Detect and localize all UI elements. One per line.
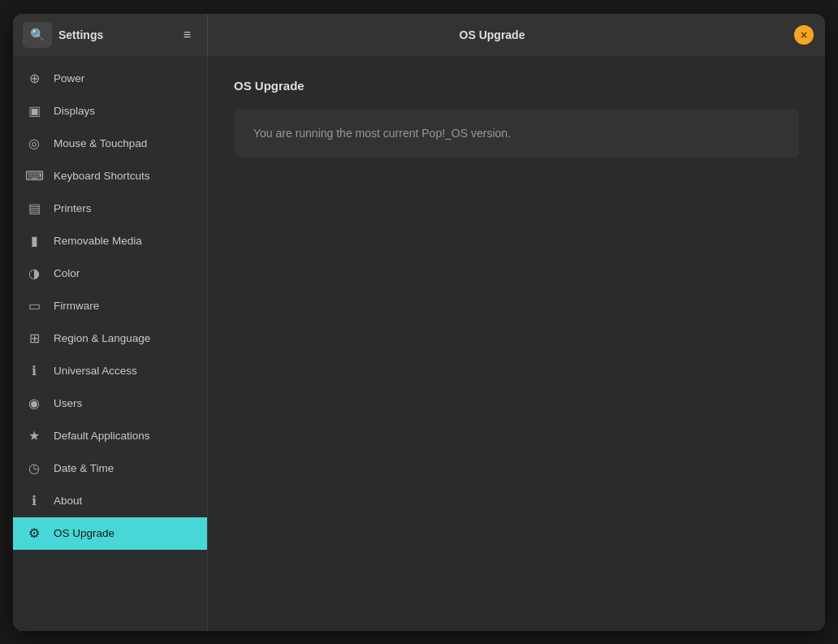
sidebar-title: Settings bbox=[58, 28, 171, 41]
sidebar-item-region-language[interactable]: ⊞Region & Language bbox=[13, 322, 207, 355]
sidebar-item-date-time[interactable]: ◷Date & Time bbox=[13, 452, 207, 485]
settings-window: 🔍 Settings ≡ OS Upgrade × ⊕Power▣Display… bbox=[13, 14, 825, 631]
sidebar-item-label-color: Color bbox=[54, 267, 80, 279]
sidebar-item-label-default-applications: Default Applications bbox=[54, 430, 150, 442]
about-icon: ℹ bbox=[26, 493, 42, 509]
sidebar: ⊕Power▣Displays◎Mouse & Touchpad⌨Keyboar… bbox=[13, 56, 208, 631]
sidebar-item-keyboard-shortcuts[interactable]: ⌨Keyboard Shortcuts bbox=[13, 160, 207, 192]
search-icon: 🔍 bbox=[30, 28, 45, 42]
power-icon: ⊕ bbox=[26, 71, 42, 87]
printers-icon: ▤ bbox=[26, 201, 42, 217]
sidebar-item-label-keyboard-shortcuts: Keyboard Shortcuts bbox=[54, 170, 150, 182]
close-button[interactable]: × bbox=[794, 25, 814, 45]
panel-title: OS Upgrade bbox=[234, 79, 799, 93]
users-icon: ◉ bbox=[26, 395, 42, 412]
main-panel: OS Upgrade You are running the most curr… bbox=[208, 56, 825, 631]
sidebar-item-color[interactable]: ◑Color bbox=[13, 257, 207, 290]
date-time-icon: ◷ bbox=[26, 460, 42, 477]
info-message: You are running the most current Pop!_OS… bbox=[253, 127, 511, 140]
sidebar-item-about[interactable]: ℹAbout bbox=[13, 485, 207, 517]
sidebar-item-label-about: About bbox=[54, 495, 82, 507]
sidebar-item-label-mouse-touchpad: Mouse & Touchpad bbox=[54, 137, 147, 149]
sidebar-item-firmware[interactable]: ▭Firmware bbox=[13, 290, 207, 322]
titlebar-right: × bbox=[776, 25, 825, 45]
sidebar-item-label-removable-media: Removable Media bbox=[54, 235, 142, 247]
sidebar-item-mouse-touchpad[interactable]: ◎Mouse & Touchpad bbox=[13, 128, 207, 160]
titlebar-center: OS Upgrade bbox=[208, 28, 776, 41]
mouse-touchpad-icon: ◎ bbox=[26, 136, 42, 152]
sidebar-item-universal-access[interactable]: ℹUniversal Access bbox=[13, 355, 207, 387]
sidebar-item-power[interactable]: ⊕Power bbox=[13, 63, 207, 95]
sidebar-item-label-universal-access: Universal Access bbox=[54, 365, 137, 377]
sidebar-item-displays[interactable]: ▣Displays bbox=[13, 95, 207, 128]
sidebar-item-label-power: Power bbox=[54, 72, 84, 84]
firmware-icon: ▭ bbox=[26, 298, 42, 314]
titlebar-left: 🔍 Settings ≡ bbox=[13, 14, 208, 56]
sidebar-item-os-upgrade[interactable]: ⚙OS Upgrade bbox=[13, 517, 207, 550]
sidebar-item-label-displays: Displays bbox=[54, 105, 95, 117]
sidebar-item-label-os-upgrade: OS Upgrade bbox=[54, 527, 114, 539]
sidebar-item-label-region-language: Region & Language bbox=[54, 332, 150, 344]
menu-button[interactable]: ≡ bbox=[177, 24, 197, 45]
removable-media-icon: ▮ bbox=[26, 233, 42, 249]
window-title: OS Upgrade bbox=[460, 28, 525, 41]
info-box: You are running the most current Pop!_OS… bbox=[234, 109, 799, 158]
close-icon: × bbox=[801, 28, 807, 41]
displays-icon: ▣ bbox=[26, 103, 42, 119]
sidebar-item-label-firmware: Firmware bbox=[54, 300, 99, 312]
sidebar-item-label-users: Users bbox=[54, 397, 82, 409]
region-language-icon: ⊞ bbox=[26, 331, 42, 347]
keyboard-shortcuts-icon: ⌨ bbox=[26, 168, 42, 184]
sidebar-item-label-date-time: Date & Time bbox=[54, 462, 114, 474]
sidebar-item-removable-media[interactable]: ▮Removable Media bbox=[13, 225, 207, 257]
sidebar-item-label-printers: Printers bbox=[54, 202, 92, 214]
menu-icon: ≡ bbox=[184, 28, 191, 41]
sidebar-item-default-applications[interactable]: ★Default Applications bbox=[13, 420, 207, 452]
color-icon: ◑ bbox=[26, 266, 42, 282]
os-upgrade-icon: ⚙ bbox=[26, 525, 42, 542]
titlebar: 🔍 Settings ≡ OS Upgrade × bbox=[13, 14, 825, 56]
default-applications-icon: ★ bbox=[26, 428, 42, 444]
search-button[interactable]: 🔍 bbox=[23, 22, 52, 48]
sidebar-item-printers[interactable]: ▤Printers bbox=[13, 192, 207, 225]
sidebar-item-users[interactable]: ◉Users bbox=[13, 387, 207, 420]
content-area: ⊕Power▣Displays◎Mouse & Touchpad⌨Keyboar… bbox=[13, 56, 825, 631]
universal-access-icon: ℹ bbox=[26, 363, 42, 379]
